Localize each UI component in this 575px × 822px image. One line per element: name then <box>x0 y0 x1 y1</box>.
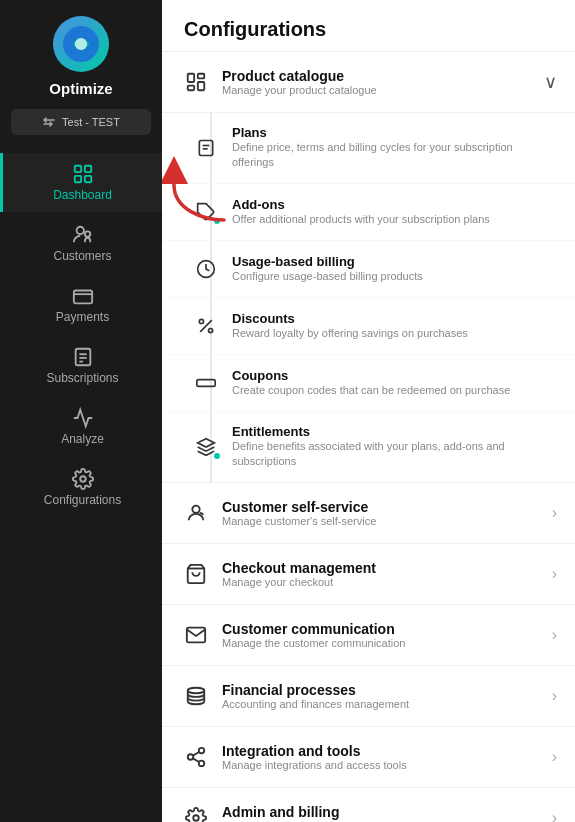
product-catalogue-sub-items: Plans Define price, terms and billing cy… <box>162 113 575 483</box>
customer-self-service-section[interactable]: Customer self-service Manage customer's … <box>162 483 575 544</box>
subscriptions-icon <box>72 346 94 368</box>
admin-billing-section[interactable]: Admin and billing Manage your account an… <box>162 788 575 822</box>
svg-rect-2 <box>74 166 80 172</box>
svg-rect-15 <box>198 74 204 79</box>
discounts-item[interactable]: Discounts Reward loyalty by offering sav… <box>162 298 575 355</box>
product-catalogue-section: Product catalogue Manage your product ca… <box>162 52 575 483</box>
sidebar-item-label-dashboard: Dashboard <box>53 188 112 202</box>
svg-point-31 <box>192 505 199 512</box>
add-ons-subtitle: Offer additional products with your subs… <box>232 212 557 227</box>
customer-self-service-subtitle: Manage customer's self-service <box>222 515 552 527</box>
product-catalogue-title: Product catalogue <box>222 68 544 84</box>
switch-icon <box>42 115 56 129</box>
sidebar-item-subscriptions[interactable]: Subscriptions <box>0 336 162 395</box>
coupons-item[interactable]: Coupons Create coupon codes that can be … <box>162 355 575 412</box>
checkout-management-section[interactable]: Checkout management Manage your checkout… <box>162 544 575 605</box>
configurations-icon <box>72 468 94 490</box>
sidebar-item-label-configurations: Configurations <box>44 493 121 507</box>
entitlements-dot <box>212 451 222 461</box>
financial-processes-subtitle: Accounting and finances management <box>222 698 552 710</box>
plans-icon <box>190 132 222 164</box>
product-catalogue-icon <box>180 66 212 98</box>
svg-rect-3 <box>84 166 90 172</box>
plans-text: Plans Define price, terms and billing cy… <box>232 125 557 171</box>
analyze-icon <box>72 407 94 429</box>
entitlements-text: Entitlements Define benefits associated … <box>232 424 557 470</box>
sidebar-item-label-payments: Payments <box>56 310 109 324</box>
svg-point-6 <box>76 227 83 234</box>
usage-based-billing-icon <box>190 253 222 285</box>
svg-point-36 <box>199 760 205 766</box>
integration-tools-title: Integration and tools <box>222 743 552 759</box>
customer-communication-chevron: › <box>552 626 557 644</box>
usage-based-billing-title: Usage-based billing <box>232 254 557 269</box>
svg-point-7 <box>84 231 90 237</box>
workspace-switcher[interactable]: Test - TEST <box>11 109 151 135</box>
svg-rect-8 <box>73 291 91 304</box>
customer-self-service-icon <box>180 497 212 529</box>
svg-point-13 <box>80 476 86 482</box>
integration-tools-chevron: › <box>552 748 557 766</box>
discounts-title: Discounts <box>232 311 557 326</box>
sidebar-item-configurations[interactable]: Configurations <box>0 458 162 517</box>
customer-self-service-title: Customer self-service <box>222 499 552 515</box>
sidebar-item-payments[interactable]: Payments <box>0 275 162 334</box>
checkout-management-icon <box>180 558 212 590</box>
integration-tools-subtitle: Manage integrations and access tools <box>222 759 552 771</box>
product-catalogue-subtitle: Manage your product catalogue <box>222 84 544 96</box>
admin-billing-icon <box>180 802 212 822</box>
svg-point-35 <box>188 754 194 760</box>
customer-communication-text: Customer communication Manage the custom… <box>222 621 552 649</box>
financial-processes-section[interactable]: Financial processes Accounting and finan… <box>162 666 575 727</box>
sidebar-item-label-customers: Customers <box>53 249 111 263</box>
checkout-management-subtitle: Manage your checkout <box>222 576 552 588</box>
payments-icon <box>72 285 94 307</box>
admin-billing-chevron: › <box>552 809 557 822</box>
usage-based-billing-item[interactable]: Usage-based billing Configure usage-base… <box>162 241 575 298</box>
svg-point-1 <box>75 38 87 50</box>
discounts-text: Discounts Reward loyalty by offering sav… <box>232 311 557 341</box>
sidebar: Optimize Test - TEST Dashboard Cu <box>0 0 162 822</box>
svg-rect-4 <box>74 176 80 182</box>
entitlements-icon <box>190 431 222 463</box>
customer-self-service-text: Customer self-service Manage customer's … <box>222 499 552 527</box>
product-catalogue-header[interactable]: Product catalogue Manage your product ca… <box>162 52 575 113</box>
product-catalogue-chevron: ∨ <box>544 71 557 93</box>
customer-communication-section[interactable]: Customer communication Manage the custom… <box>162 605 575 666</box>
plans-subtitle: Define price, terms and billing cycles f… <box>232 140 557 171</box>
add-ons-dot <box>212 216 222 226</box>
customer-communication-title: Customer communication <box>222 621 552 637</box>
customer-communication-subtitle: Manage the customer communication <box>222 637 552 649</box>
svg-rect-5 <box>84 176 90 182</box>
checkout-management-title: Checkout management <box>222 560 552 576</box>
customer-self-service-chevron: › <box>552 504 557 522</box>
integration-tools-text: Integration and tools Manage integration… <box>222 743 552 771</box>
plans-item[interactable]: Plans Define price, terms and billing cy… <box>162 113 575 184</box>
svg-point-26 <box>209 328 213 332</box>
sidebar-item-dashboard[interactable]: Dashboard <box>0 153 162 212</box>
svg-rect-16 <box>198 82 204 90</box>
integration-tools-icon <box>180 741 212 773</box>
sidebar-item-customers[interactable]: Customers <box>0 214 162 273</box>
integration-tools-section[interactable]: Integration and tools Manage integration… <box>162 727 575 788</box>
sidebar-item-label-analyze: Analyze <box>61 432 104 446</box>
coupons-text: Coupons Create coupon codes that can be … <box>232 368 557 398</box>
discounts-subtitle: Reward loyalty by offering savings on pu… <box>232 326 557 341</box>
add-ons-text: Add-ons Offer additional products with y… <box>232 197 557 227</box>
svg-point-34 <box>199 747 205 753</box>
main-content: Configurations Product catalogue Manage … <box>162 0 575 822</box>
sidebar-item-analyze[interactable]: Analyze <box>0 397 162 456</box>
entitlements-title: Entitlements <box>232 424 557 439</box>
financial-processes-text: Financial processes Accounting and finan… <box>222 682 552 710</box>
app-name: Optimize <box>49 80 112 97</box>
usage-based-billing-subtitle: Configure usage-based billing products <box>232 269 557 284</box>
checkout-management-text: Checkout management Manage your checkout <box>222 560 552 588</box>
dashboard-icon <box>72 163 94 185</box>
app-logo <box>53 16 109 72</box>
sidebar-item-label-subscriptions: Subscriptions <box>46 371 118 385</box>
discounts-icon <box>190 310 222 342</box>
financial-processes-chevron: › <box>552 687 557 705</box>
entitlements-item[interactable]: Entitlements Define benefits associated … <box>162 412 575 482</box>
add-ons-item[interactable]: Add-ons Offer additional products with y… <box>162 184 575 241</box>
customers-icon <box>72 224 94 246</box>
